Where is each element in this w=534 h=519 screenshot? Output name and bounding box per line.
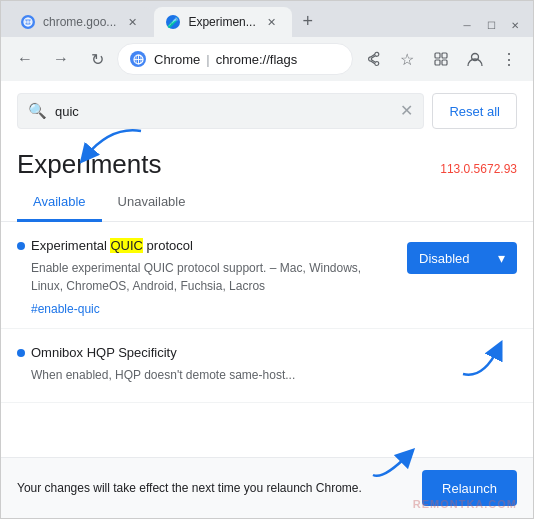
svg-rect-11	[442, 60, 447, 65]
browser-window: chrome.goo... ✕ 🧪 Experimen... ✕ + ─ ☐ ✕…	[0, 0, 534, 519]
experiment-control-quic[interactable]: Disabled ▾	[407, 242, 517, 274]
tab-manager-button[interactable]	[425, 43, 457, 75]
experiments-title: Experiments	[17, 149, 162, 180]
tab-1-close[interactable]: ✕	[124, 14, 140, 30]
forward-button[interactable]: →	[45, 43, 77, 75]
tab-bar: chrome.goo... ✕ 🧪 Experimen... ✕ + ─ ☐ ✕	[1, 1, 533, 37]
bookmark-button[interactable]: ☆	[391, 43, 423, 75]
address-chrome-label: Chrome	[154, 52, 200, 67]
experiment-title-quic: Experimental QUIC protocol	[17, 238, 395, 253]
bottom-bar: Your changes will take effect the next t…	[1, 457, 533, 518]
minimize-button[interactable]: ─	[457, 17, 477, 33]
window-controls: ─ ☐ ✕	[457, 17, 525, 37]
experiment-name-highlight: QUIC	[110, 238, 143, 253]
disabled-select-arrow: ▾	[498, 250, 505, 266]
tab-2-title: Experimen...	[188, 15, 255, 29]
profile-button[interactable]	[459, 43, 491, 75]
experiment-item-hqp: Omnibox HQP Specificity When enabled, HQ…	[1, 329, 533, 403]
reset-all-button[interactable]: Reset all	[432, 93, 517, 129]
experiment-dot-quic	[17, 242, 25, 250]
experiment-row-quic: Experimental QUIC protocol Enable experi…	[17, 238, 517, 316]
address-divider: |	[206, 52, 209, 67]
search-input[interactable]	[55, 104, 392, 119]
experiment-title-hqp: Omnibox HQP Specificity	[17, 345, 517, 360]
tab-2[interactable]: 🧪 Experimen... ✕	[154, 7, 291, 37]
nav-actions: ☆ ⋮	[357, 43, 525, 75]
address-bar[interactable]: Chrome | chrome://flags	[117, 43, 353, 75]
svg-rect-8	[435, 53, 440, 58]
disabled-select-quic[interactable]: Disabled ▾	[407, 242, 517, 274]
tab-2-close[interactable]: ✕	[264, 14, 280, 30]
experiment-name-prefix: Experimental	[31, 238, 110, 253]
close-button[interactable]: ✕	[505, 17, 525, 33]
disabled-select-text: Disabled	[419, 251, 490, 266]
search-bar: 🔍 ✕ Reset all	[17, 93, 517, 129]
search-clear-icon[interactable]: ✕	[400, 103, 413, 119]
maximize-button[interactable]: ☐	[481, 17, 501, 33]
experiment-name-suffix: protocol	[143, 238, 193, 253]
address-favicon	[130, 51, 146, 67]
address-text: Chrome | chrome://flags	[154, 52, 340, 67]
experiment-name-quic: Experimental QUIC protocol	[31, 238, 193, 253]
bottom-message: Your changes will take effect the next t…	[17, 481, 410, 495]
experiment-desc-quic: Enable experimental QUIC protocol suppor…	[31, 259, 395, 295]
tab-unavailable[interactable]: Unavailable	[102, 184, 202, 222]
experiments-version: 113.0.5672.93	[440, 162, 517, 176]
experiment-item-quic: Experimental QUIC protocol Enable experi…	[1, 222, 533, 329]
svg-rect-9	[442, 53, 447, 58]
experiment-link-quic[interactable]: #enable-quic	[31, 302, 100, 316]
svg-rect-10	[435, 60, 440, 65]
address-url: chrome://flags	[216, 52, 298, 67]
experiment-left-quic: Experimental QUIC protocol Enable experi…	[17, 238, 395, 316]
tab-1[interactable]: chrome.goo... ✕	[9, 7, 152, 37]
relaunch-button[interactable]: Relaunch	[422, 470, 517, 506]
experiments-header: Experiments 113.0.5672.93	[1, 141, 533, 184]
new-tab-button[interactable]: +	[294, 7, 322, 35]
reload-button[interactable]: ↻	[81, 43, 113, 75]
tab-1-title: chrome.goo...	[43, 15, 116, 29]
tab-1-favicon	[21, 15, 35, 29]
search-icon: 🔍	[28, 102, 47, 120]
share-button[interactable]	[357, 43, 389, 75]
page-content[interactable]: 🔍 ✕ Reset all Experiments 113.0.5672.93 …	[1, 81, 533, 457]
experiment-desc-hqp: When enabled, HQP doesn't demote same-ho…	[31, 366, 517, 384]
experiment-left-hqp: Omnibox HQP Specificity When enabled, HQ…	[17, 345, 517, 384]
nav-bar: ← → ↻ Chrome | chrome://flags	[1, 37, 533, 81]
menu-button[interactable]: ⋮	[493, 43, 525, 75]
tab-2-favicon: 🧪	[166, 15, 180, 29]
tabs-bar: Available Unavailable	[1, 184, 533, 222]
experiment-name-hqp: Omnibox HQP Specificity	[31, 345, 177, 360]
experiment-dot-hqp	[17, 349, 25, 357]
search-input-wrapper[interactable]: 🔍 ✕	[17, 93, 424, 129]
back-button[interactable]: ←	[9, 43, 41, 75]
tab-available[interactable]: Available	[17, 184, 102, 222]
